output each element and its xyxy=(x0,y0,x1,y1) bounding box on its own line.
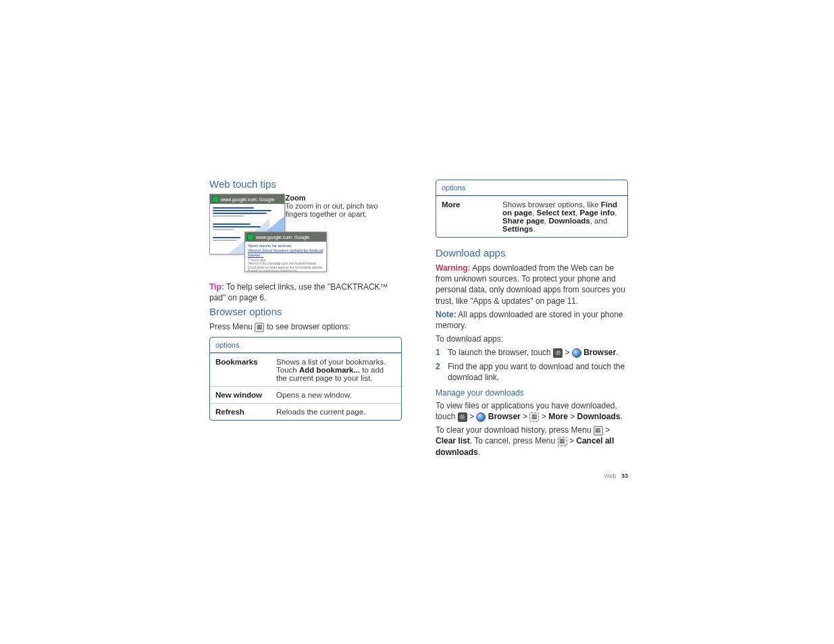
page-footer: Web 33 xyxy=(604,473,628,479)
screenshot-url: www.google.com: Google xyxy=(221,197,274,202)
footer-page-number: 33 xyxy=(621,473,628,479)
table-row: Refresh Reloads the current page. xyxy=(210,403,401,420)
clear-downloads-line: To clear your download history, press Me… xyxy=(436,425,628,458)
heading-download-apps: Download apps xyxy=(436,247,628,259)
list-item: To launch the browser, touch > Browser. xyxy=(436,347,628,358)
favicon-icon xyxy=(212,196,219,203)
browser-globe-icon xyxy=(572,348,581,358)
left-column: Web touch tips www.google.com: Google xyxy=(209,176,402,460)
table-row: Bookmarks Shows a list of your bookmarks… xyxy=(210,353,401,386)
heading-web-touch-tips: Web touch tips xyxy=(209,178,402,190)
apps-key-icon xyxy=(458,412,467,422)
heading-browser-options: Browser options xyxy=(209,306,402,317)
zoom-caption-text: To zoom in or out, pinch two fingers tog… xyxy=(286,202,402,218)
option-name: More xyxy=(442,200,502,233)
options-header: options xyxy=(436,180,627,196)
option-name: Refresh xyxy=(215,408,276,416)
option-name: Bookmarks xyxy=(215,358,276,382)
note-paragraph: Note: All apps downloaded are stored in … xyxy=(436,309,628,331)
to-download-line: To download apps: xyxy=(436,333,628,344)
list-item: Find the app you want to download and to… xyxy=(436,361,628,383)
favicon-icon xyxy=(247,234,254,240)
table-row: New window Opens a new window. xyxy=(210,386,401,403)
options-table-left: options Bookmarks Shows a list of your b… xyxy=(209,337,402,421)
footer-section: Web xyxy=(604,473,616,479)
screenshot-result-link: Verizon Droid Success Upheld by Android … xyxy=(248,248,323,258)
heading-manage-downloads: Manage your downloads xyxy=(436,388,628,398)
menu-key-icon xyxy=(255,323,264,332)
screenshot-titlebar: www.google.com: Google xyxy=(245,232,326,242)
option-desc: Shows a list of your bookmarks. Touch Ad… xyxy=(276,358,396,382)
zoom-illustration: www.google.com: Google xyxy=(209,194,402,275)
options-header: options xyxy=(210,338,401,353)
zoom-caption-title: Zoom xyxy=(286,194,402,202)
tip-text: To help select links, use the "BACKTRACK… xyxy=(209,282,388,302)
zoom-screenshots: www.google.com: Google xyxy=(209,194,279,275)
table-row: More Shows browser options, like Find on… xyxy=(436,196,627,237)
screenshot-url: www.google.com: Google xyxy=(256,235,309,240)
apps-key-icon xyxy=(553,348,563,358)
screenshot-zoomed-in: www.google.com: Google News results for … xyxy=(244,232,327,272)
note-text: All apps downloaded are stored in your p… xyxy=(436,310,623,330)
screenshot-result-snippet: Verizon's ad campaign pits the Android-b… xyxy=(248,262,323,272)
option-desc: Opens a new window. xyxy=(276,391,396,399)
tip-paragraph: Tip: To help select links, use the "BACK… xyxy=(209,281,402,303)
note-label: Note: xyxy=(436,310,457,319)
warning-paragraph: Warning: Apps downloaded from the Web ca… xyxy=(436,263,628,306)
option-desc: Shows browser options, like Find on page… xyxy=(502,200,622,233)
menu-key-icon xyxy=(594,426,603,435)
browser-globe-icon xyxy=(476,412,486,422)
options-table-right: options More Shows browser options, like… xyxy=(436,180,628,238)
warning-label: Warning: xyxy=(436,263,471,273)
screenshot-titlebar: www.google.com: Google xyxy=(210,194,284,204)
view-downloads-line: To view files or applications you have d… xyxy=(436,400,628,422)
download-steps: To launch the browser, touch > Browser. … xyxy=(436,347,628,383)
press-menu-line: Press Menu to see browser options: xyxy=(209,321,402,332)
option-desc: Reloads the current page. xyxy=(276,408,396,416)
menu-key-icon xyxy=(529,412,539,422)
screenshot-news-heading: News results for android xyxy=(248,244,323,248)
option-name: New window xyxy=(215,391,276,399)
tip-label: Tip: xyxy=(209,282,224,292)
right-column: options More Shows browser options, like… xyxy=(436,176,628,460)
document-page: Web touch tips www.google.com: Google xyxy=(209,176,628,460)
menu-key-icon xyxy=(558,437,567,446)
